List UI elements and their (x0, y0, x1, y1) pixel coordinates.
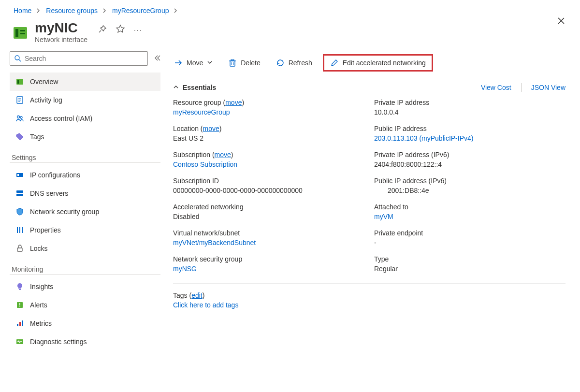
sidebar-item-label: Insights (30, 283, 53, 290)
value-vnet-subnet[interactable]: myVNet/myBackendSubnet (173, 239, 256, 247)
delete-button[interactable]: Delete (227, 57, 261, 69)
value-resource-group[interactable]: myResourceGroup (173, 108, 230, 116)
separator (521, 83, 522, 92)
value-public-ip[interactable]: 203.0.113.103 (myPublicIP-IPv4) (374, 134, 473, 142)
edit-accelerated-networking-highlight: Edit accelerated networking (323, 54, 433, 72)
label-nsg: Network security group (173, 255, 364, 263)
svg-rect-18 (17, 227, 18, 233)
value-private-ip: 10.0.0.4 (374, 108, 566, 116)
breadcrumb-resource-groups[interactable]: Resource groups (46, 7, 98, 15)
page-title: myNIC (35, 21, 87, 35)
sidebar-item-properties[interactable]: Properties (10, 221, 160, 239)
sidebar-item-tags[interactable]: Tags (10, 128, 160, 146)
essentials-title: Essentials (183, 84, 216, 91)
label-location: Location (173, 125, 199, 132)
sidebar-item-iam[interactable]: Access control (IAM) (10, 109, 160, 128)
lock-icon (15, 244, 24, 253)
edit-tags-link[interactable]: edit (191, 291, 203, 299)
svg-rect-15 (17, 174, 19, 176)
svg-rect-22 (19, 289, 21, 290)
view-cost-link[interactable]: View Cost (481, 84, 511, 91)
toolbar-label: Move (187, 59, 203, 67)
pencil-icon (330, 58, 339, 67)
sidebar-item-label: Locks (30, 245, 48, 252)
sidebar-item-insights[interactable]: Insights (10, 277, 160, 296)
json-view-link[interactable]: JSON View (531, 84, 566, 91)
arrow-right-icon (174, 58, 183, 67)
svg-rect-3 (20, 33, 25, 34)
move-resource-group-link[interactable]: move (225, 99, 242, 106)
toolbar-label: Refresh (289, 59, 312, 67)
people-icon (15, 114, 24, 123)
value-private-endpoint: - (374, 239, 566, 247)
shield-icon (15, 207, 24, 216)
sidebar-item-locks[interactable]: Locks (10, 239, 160, 258)
sidebar-item-dns-servers[interactable]: DNS servers (10, 184, 160, 203)
sidebar-item-nsg[interactable]: Network security group (10, 203, 160, 221)
svg-rect-2 (20, 30, 25, 31)
close-icon[interactable] (557, 16, 566, 27)
essentials-toggle[interactable]: Essentials (173, 84, 216, 91)
svg-rect-16 (16, 190, 23, 193)
breadcrumb-my-resource-group[interactable]: myResourceGroup (112, 7, 169, 15)
svg-point-4 (15, 56, 19, 60)
sidebar-item-label: DNS servers (30, 189, 68, 197)
sidebar: Overview Activity log Access control (IA… (0, 51, 164, 351)
value-subscription[interactable]: Contoso Subscription (173, 160, 237, 168)
value-nsg[interactable]: myNSG (173, 265, 197, 273)
diagnostic-icon (15, 337, 24, 346)
svg-rect-17 (16, 194, 23, 196)
tag-icon (15, 132, 24, 141)
label-tags: Tags (173, 291, 188, 299)
label-vnet-subnet: Virtual network/subnet (173, 229, 364, 237)
sidebar-item-ip-configurations[interactable]: IP configurations (10, 166, 160, 184)
pin-icon[interactable] (98, 25, 107, 35)
star-icon[interactable] (116, 24, 125, 35)
sidebar-item-label: Overview (30, 78, 58, 86)
sidebar-item-label: Network security group (30, 208, 99, 216)
sidebar-item-alerts[interactable]: Alerts (10, 296, 160, 314)
collapse-sidebar-icon[interactable] (154, 55, 160, 63)
svg-rect-25 (19, 322, 21, 326)
toolbar: Move Delete Refresh Edit accelerated net… (173, 51, 566, 73)
sidebar-item-label: IP configurations (30, 171, 80, 179)
more-icon[interactable]: ··· (134, 26, 143, 34)
sidebar-section-monitoring: Monitoring (10, 258, 160, 275)
svg-rect-26 (22, 320, 23, 326)
page-subtitle: Network interface (35, 36, 87, 44)
label-accelerated-networking: Accelerated networking (173, 203, 364, 211)
move-subscription-link[interactable]: move (215, 151, 231, 159)
edit-accelerated-networking-button[interactable]: Edit accelerated networking (329, 57, 427, 69)
breadcrumb-home[interactable]: Home (14, 7, 31, 15)
lightbulb-icon (15, 282, 24, 291)
sidebar-item-metrics[interactable]: Metrics (10, 314, 160, 333)
svg-rect-1 (15, 29, 18, 37)
svg-rect-21 (17, 248, 22, 251)
value-accelerated-networking: Disabled (173, 213, 364, 220)
svg-rect-19 (19, 227, 20, 233)
sidebar-item-overview[interactable]: Overview (10, 73, 160, 91)
chevron-up-icon (173, 84, 179, 91)
value-attached-to[interactable]: myVM (374, 213, 393, 220)
chevron-right-icon (102, 7, 107, 15)
toolbar-label: Edit accelerated networking (343, 59, 426, 67)
search-input[interactable] (10, 51, 148, 66)
svg-point-12 (17, 116, 20, 118)
value-type: Regular (374, 265, 566, 273)
sidebar-section-settings: Settings (10, 146, 160, 163)
sidebar-item-activity-log[interactable]: Activity log (10, 91, 160, 109)
svg-rect-29 (230, 61, 235, 66)
move-location-link[interactable]: move (203, 125, 219, 132)
alerts-icon (15, 301, 24, 309)
sidebar-item-label: Metrics (30, 319, 52, 327)
sidebar-item-diagnostic-settings[interactable]: Diagnostic settings (10, 333, 160, 351)
move-button[interactable]: Move (173, 57, 214, 69)
label-private-ip: Private IP address (374, 99, 566, 106)
activity-log-icon (15, 96, 24, 104)
dns-icon (15, 189, 24, 198)
add-tags-link[interactable]: Click here to add tags (173, 301, 238, 309)
refresh-icon (276, 58, 285, 67)
refresh-button[interactable]: Refresh (275, 57, 313, 69)
label-type: Type (374, 255, 566, 263)
value-public-ipv6: 2001:DB8::4e (374, 187, 566, 194)
